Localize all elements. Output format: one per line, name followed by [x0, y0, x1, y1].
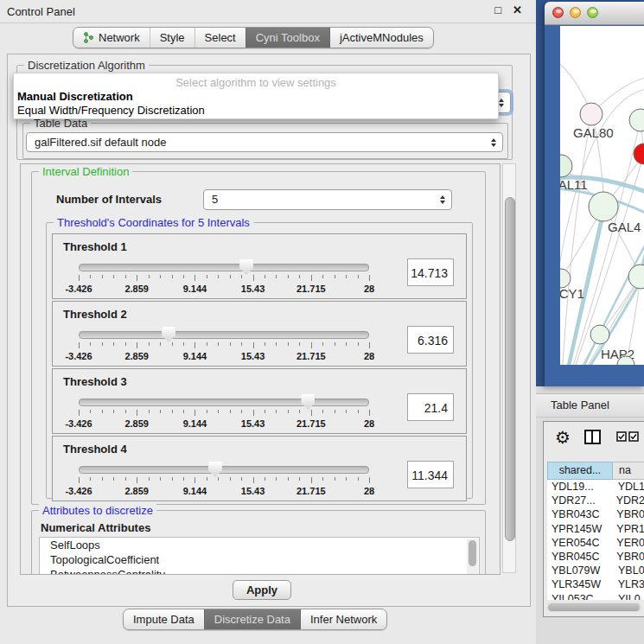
threshold-slider[interactable]: -3.4262.8599.14415.4321.71528 [79, 461, 369, 499]
attribute-list-item[interactable]: BetweennessCentrality [40, 567, 479, 575]
tick-mark [113, 342, 114, 346]
tick-mark [288, 275, 289, 278]
algorithm-dropdown-popup: Select algorithm to view settings Manual… [13, 73, 499, 119]
slider-track[interactable] [79, 264, 369, 271]
panel-scrollbar[interactable] [502, 163, 516, 573]
tick-mark [149, 275, 150, 278]
tick-label: 15.43 [241, 486, 265, 496]
table-row[interactable]: YPR145WYPR1 [547, 522, 644, 536]
slider-handle[interactable] [301, 394, 315, 410]
minimize-traffic-light-icon[interactable] [570, 7, 581, 18]
tick-mark [79, 342, 80, 348]
tick-mark [322, 342, 323, 346]
threshold-value-field[interactable]: 14.713 [407, 258, 454, 286]
num-intervals-spinner[interactable]: 5 [203, 189, 452, 210]
table-body[interactable]: YDL19...YDL1YDR27...YDR2YBR043CYBR0YPR14… [547, 480, 644, 600]
show-column-checkbox-icon[interactable] [616, 431, 627, 442]
gear-icon[interactable]: ⚙ [555, 427, 571, 448]
tick-mark [230, 477, 231, 481]
scrollbar-thumb[interactable] [505, 197, 515, 541]
threshold-value-field[interactable]: 11.344 [407, 461, 454, 488]
network-node-label: GAL4 [608, 220, 641, 234]
split-columns-icon[interactable] [584, 430, 601, 444]
tick-mark [288, 477, 289, 481]
tick-mark [346, 342, 347, 346]
close-window-icon[interactable]: ✕ [513, 3, 522, 16]
threshold-value-field[interactable]: 6.316 [407, 326, 454, 354]
network-node[interactable] [589, 192, 618, 221]
table-row[interactable]: YLR345WYLR3 [547, 577, 644, 591]
float-window-icon[interactable]: □ [494, 3, 501, 16]
dropdown-option-equal-width[interactable]: Equal Width/Frequency Discretization [17, 104, 205, 117]
cyni-toolbox-panel: Discretization Algorithm Select algorith… [7, 54, 531, 607]
table-row[interactable]: YDL19...YDL1 [547, 480, 644, 494]
threshold-slider[interactable]: -3.4262.8599.14415.4321.71528 [79, 258, 369, 296]
table-data-combobox[interactable]: galFiltered.sif default node [26, 132, 503, 152]
table-row[interactable]: YBR043CYBR0 [547, 507, 644, 521]
column-header-name[interactable]: na [613, 462, 644, 480]
tick-mark [299, 275, 300, 278]
network-graph[interactable]: GAL80GACGAL11GAL4GCY1HHAP2 [560, 26, 644, 365]
attributes-listbox[interactable]: SelfLoopsTopologicalCoefficientBetweenne… [39, 537, 480, 575]
tick-mark [241, 410, 242, 413]
slider-track[interactable] [79, 331, 369, 339]
network-node[interactable] [629, 109, 644, 131]
table-row[interactable]: YIL053CYIL0 [547, 592, 644, 601]
table-row[interactable]: YBL079WYBL0 [547, 564, 644, 577]
hscrollbar-thumb[interactable] [548, 603, 640, 611]
tab-discretize-data[interactable]: Discretize Data [204, 609, 300, 629]
tick-label: 28 [364, 418, 374, 429]
table-row[interactable]: YBR045CYBR0 [547, 550, 644, 564]
tick-mark [149, 410, 150, 413]
slider-handle[interactable] [239, 259, 253, 275]
tick-mark [265, 410, 265, 413]
show-column-checkbox-icon[interactable] [628, 431, 639, 442]
network-node[interactable] [580, 103, 603, 125]
tick-mark [207, 342, 207, 346]
tab-select[interactable]: Select [194, 28, 245, 48]
table-data-value: galFiltered.sif default node [35, 136, 166, 149]
cell-shared-name: YDL19... [547, 480, 613, 494]
network-node[interactable] [628, 265, 644, 289]
tab-impute-data[interactable]: Impute Data [124, 609, 204, 629]
slider-handle[interactable] [208, 462, 222, 477]
tab-infer-network[interactable]: Infer Network [300, 609, 386, 629]
threshold-value-field[interactable]: 21.4 [407, 393, 454, 421]
network-canvas[interactable]: GAL80GACGAL11GAL4GCY1HHAP2 [560, 26, 644, 365]
tick-mark [322, 410, 323, 413]
tick-mark [160, 275, 161, 278]
tab-jactivemnodules[interactable]: jActiveMNodules [329, 28, 433, 48]
tab-label: Style [160, 31, 185, 44]
network-node[interactable] [634, 143, 644, 164]
close-traffic-light-icon[interactable] [552, 7, 564, 18]
attribute-list-item[interactable]: TopologicalCoefficient [40, 552, 479, 567]
threshold-slider[interactable]: -3.4262.8599.14415.4321.71528 [79, 326, 369, 364]
table-row[interactable]: YDR27...YDR2 [547, 494, 644, 507]
column-header-shared-name[interactable]: shared... [547, 462, 613, 480]
table-row[interactable]: YER054CYER0 [547, 536, 644, 550]
zoom-traffic-light-icon[interactable] [587, 7, 598, 18]
apply-button[interactable]: Apply [233, 580, 291, 600]
attribute-list-item[interactable]: SelfLoops [40, 538, 479, 552]
num-intervals-label: Number of Intervals [56, 193, 162, 206]
slider-handle[interactable] [162, 327, 175, 342]
tab-cyni-toolbox[interactable]: Cyni Toolbox [245, 28, 329, 48]
threshold-slider[interactable]: -3.4262.8599.14415.4321.71528 [79, 393, 369, 431]
tick-mark [113, 410, 114, 413]
slider-track[interactable] [79, 466, 369, 474]
tick-mark [125, 275, 126, 278]
dropdown-placeholder-option[interactable]: Select algorithm to view settings [14, 76, 498, 89]
tick-label: -3.426 [65, 351, 92, 361]
slider-tick-labels: -3.4262.8599.14415.4321.71528 [79, 486, 369, 496]
slider-track[interactable] [79, 399, 369, 406]
spinner-arrows-icon [440, 195, 445, 204]
dropdown-option-manual[interactable]: Manual Discretization [17, 90, 133, 103]
tick-mark [207, 477, 207, 481]
table-horizontal-scrollbar[interactable] [547, 603, 641, 612]
tick-label: 28 [364, 351, 374, 361]
tick-mark [299, 477, 300, 481]
network-node[interactable] [590, 325, 609, 344]
tab-network[interactable]: Network [73, 28, 150, 48]
tab-style[interactable]: Style [150, 28, 194, 48]
attributes-scrollbar[interactable] [467, 539, 478, 575]
